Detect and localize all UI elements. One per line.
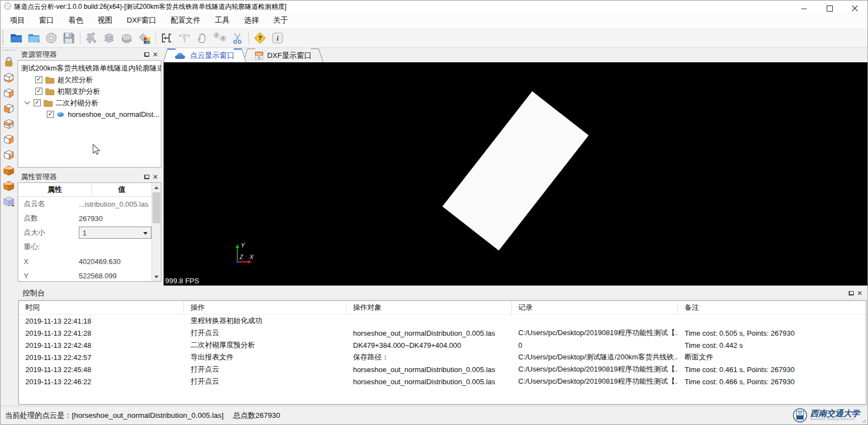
point-cloud-file-icon	[57, 112, 64, 117]
fps-counter: 999.8 FPS	[165, 277, 199, 285]
info-icon[interactable]: i	[269, 30, 286, 46]
log-row[interactable]: 2019-11-13 22:41:28 打开点云 horseshoe_out_n…	[19, 327, 866, 339]
log-row[interactable]: 2019-11-13 22:45:48 打开点云 horseshoe_out_n…	[19, 363, 866, 375]
open-disc-icon[interactable]	[43, 30, 59, 46]
log-action: 导出报表文件	[184, 352, 346, 362]
log-time: 2019-11-13 22:45:48	[19, 365, 184, 374]
console-panel: 控制台 ✕ 时间 操作 操作对象 记录 备注 2019-11-13 22:41:…	[17, 287, 867, 406]
view-toolbar: FRONT BACK	[1, 48, 17, 406]
back-view-icon[interactable]: BACK	[2, 178, 17, 193]
scissors-icon[interactable]	[229, 30, 246, 46]
property-table: 属性 值 点云名 ...istribution_0.005.las 点数 267…	[18, 182, 161, 282]
console-table-header: 时间 操作 操作对象 记录 备注	[19, 301, 866, 315]
tree-item-secondary-lining[interactable]: 二次衬砌分析	[18, 97, 161, 109]
tab-dxf-window[interactable]: DWG DXF显示窗口	[249, 49, 317, 62]
lock-icon[interactable]	[2, 55, 17, 70]
log-record: C:/Users/pc/Desktop/20190819程序功能性测试【...	[512, 328, 678, 338]
log-time: 2019-11-13 22:46:22	[19, 378, 184, 386]
panel-float-button[interactable]	[142, 51, 151, 59]
hand-pick-icon[interactable]	[194, 30, 210, 46]
property-name: 点大小	[18, 228, 78, 238]
log-row[interactable]: 2019-11-13 22:42:48 二次衬砌厚度预分析 DK479+384.…	[19, 339, 866, 351]
view-left-icon[interactable]	[2, 147, 17, 163]
property-col-header: 属性	[18, 183, 92, 196]
panel-close-button[interactable]: ✕	[855, 289, 864, 297]
col-record: 记录	[512, 301, 678, 314]
checkbox[interactable]	[34, 99, 41, 106]
checkbox[interactable]	[47, 111, 54, 118]
mileage-stack-icon[interactable]	[101, 30, 117, 46]
property-row: 点数 267930	[18, 211, 161, 225]
property-value: ...istribution_0.005.las	[78, 200, 161, 208]
checkbox[interactable]	[35, 76, 42, 83]
pen-tool-icon[interactable]	[176, 30, 193, 46]
console-table: 时间 操作 操作对象 记录 备注 2019-11-13 22:41:18 里程转…	[18, 300, 866, 405]
resource-manager-panel: 资源管理器 ✕ 测试200km客货共线铁路单线隧道内轮廓隧道检测精度 超欠挖分析…	[17, 49, 162, 168]
axis-z-label: Z	[239, 254, 243, 260]
menu-tools[interactable]: 工具	[208, 13, 237, 28]
panel-close-button[interactable]: ✕	[151, 173, 160, 181]
view-toolbar-drag-handle[interactable]	[3, 50, 15, 52]
view-front-icon[interactable]	[2, 101, 17, 116]
panel-float-button[interactable]	[142, 173, 151, 181]
view-section-icon[interactable]	[2, 116, 17, 132]
console-title: 控制台	[23, 288, 45, 298]
route-pins-icon[interactable]: AB	[211, 30, 228, 46]
chevron-down-icon[interactable]	[25, 99, 30, 105]
point-size-select[interactable]: 1	[79, 227, 151, 239]
menu-window[interactable]: 窗口	[32, 13, 61, 28]
menu-about[interactable]: 关于	[266, 13, 295, 28]
exit-section-icon[interactable]	[159, 30, 175, 46]
folder-icon	[45, 76, 55, 84]
tree-root-item[interactable]: 测试200km客货共线铁路单线隧道内轮廓隧道检测精度	[18, 62, 161, 74]
tree-item-initial-support[interactable]: 初期支护分析	[18, 85, 161, 97]
scroll-thumb[interactable]	[153, 192, 160, 223]
point-cloud-icon[interactable]	[83, 30, 100, 46]
log-row[interactable]: 2019-11-13 22:46:22 打开点云 horseshoe_out_n…	[19, 375, 866, 388]
property-scrollbar[interactable]	[151, 183, 161, 281]
save-icon[interactable]	[61, 30, 77, 46]
log-time: 2019-11-13 22:42:48	[19, 341, 184, 349]
menu-select[interactable]: 选择	[237, 13, 266, 28]
property-name: 点数	[18, 213, 78, 223]
open-project-icon[interactable]	[8, 30, 24, 46]
tab-pointcloud-window[interactable]: 点云显示窗口	[169, 49, 240, 62]
property-value: 522568.099	[78, 272, 161, 280]
checkbox[interactable]	[35, 88, 42, 95]
log-row[interactable]: 2019-11-13 22:41:18 里程转换器初始化成功	[19, 315, 866, 327]
property-manager-header: 属性管理器 ✕	[17, 171, 162, 182]
menu-view[interactable]: 视图	[90, 13, 120, 28]
color-palette-icon[interactable]	[136, 30, 153, 46]
resize-grip[interactable]	[862, 419, 866, 423]
panel-close-button[interactable]: ✕	[151, 51, 160, 59]
view-bottom-icon[interactable]	[2, 85, 17, 101]
gear-disc-icon[interactable]	[118, 30, 135, 46]
panel-float-button[interactable]	[847, 289, 855, 297]
status-text: 当前处理的点云是：[horseshoe_out_normalDistributi…	[1, 411, 280, 421]
mouse-cursor	[90, 143, 101, 155]
log-action: 打开点云	[184, 364, 346, 374]
tree-item-pointcloud-file[interactable]: horseshoe_out_normalDist...	[18, 109, 161, 120]
app-logo-icon	[4, 2, 12, 12]
menu-project[interactable]: 项目	[3, 13, 32, 28]
view-right-icon[interactable]	[2, 132, 17, 147]
menu-bar: 项目 窗口 着色 视图 DXF窗口 配置文件 工具 选择 关于	[1, 13, 867, 28]
iso-view-icon[interactable]	[2, 193, 17, 209]
menu-dxf-window[interactable]: DXF窗口	[120, 13, 164, 28]
open-folder-icon[interactable]	[25, 30, 42, 46]
tree-item-overbreak[interactable]: 超欠挖分析	[18, 74, 161, 85]
front-view-icon[interactable]: FRONT	[2, 163, 17, 178]
scroll-down-arrow[interactable]	[152, 272, 161, 281]
help-icon[interactable]: ?	[252, 30, 268, 46]
pointcloud-object[interactable]	[442, 92, 589, 251]
view-top-icon[interactable]	[2, 70, 17, 85]
menu-coloring[interactable]: 着色	[61, 13, 90, 28]
toolbar-drag-handle[interactable]	[2, 31, 6, 45]
menu-config-file[interactable]: 配置文件	[164, 13, 208, 28]
console-header: 控制台 ✕	[17, 287, 867, 299]
toolbar-separator	[248, 31, 249, 45]
log-target: 保存路径：	[346, 352, 512, 362]
log-row[interactable]: 2019-11-13 22:42:57 导出报表文件 保存路径： C:/User…	[19, 351, 866, 363]
scroll-up-arrow[interactable]	[152, 183, 161, 192]
pointcloud-viewport[interactable]: Y Z X 999.8 FPS	[164, 62, 867, 286]
